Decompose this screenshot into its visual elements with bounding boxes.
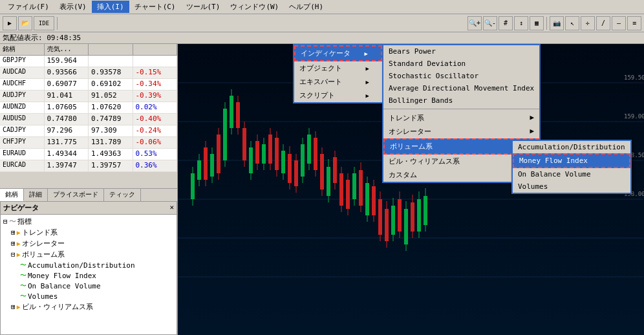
menu-tools[interactable]: ツール(T) — [181, 1, 226, 13]
volume-submenu: Accumulation/Distribution Money Flow Ind… — [511, 140, 632, 194]
menu-script[interactable]: スクリプト ▶ — [294, 89, 382, 102]
menu-volumes[interactable]: Volumes — [513, 180, 630, 193]
table-row[interactable]: AUDCHF 0.69077 0.69102 -0.34% — [0, 79, 177, 91]
table-row[interactable]: EURCAD 1.39747 1.39757 0.36% — [0, 160, 177, 172]
tree-expand-icon: ⊟ — [11, 250, 16, 259]
toolbar-ide[interactable]: IDE — [34, 16, 54, 30]
bid-audnzd: 1.07605 — [45, 102, 89, 113]
tab-detail[interactable]: 詳細 — [24, 189, 48, 201]
table-row[interactable]: AUDCAD 0.93566 0.93578 -0.15% — [0, 67, 177, 79]
submenu-arrow-icon: ▶ — [366, 92, 369, 99]
menu-expert-label: エキスパート — [299, 77, 342, 87]
ask-audcad: 0.93578 — [89, 67, 133, 78]
toolbar-line[interactable]: / — [596, 16, 610, 30]
tree-volumes-label: Volumes — [28, 292, 58, 301]
ask-eurcad: 1.39757 — [89, 160, 133, 171]
symbol-euraud: EURAUD — [0, 149, 45, 160]
menu-indicator[interactable]: インディケータ ▶ — [294, 45, 382, 61]
tree-accum-dist-label: Accumulation/Distribution — [28, 261, 135, 270]
menu-on-balance-volume[interactable]: On Balance Volume — [513, 168, 630, 180]
ask-euraud: 1.49363 — [89, 149, 133, 160]
menu-bill-williams-label: ビル・ウィリアムス系 — [389, 157, 460, 166]
tree-money-flow-label: Money Flow Index — [28, 272, 96, 280]
menu-money-flow-index[interactable]: Money Flow Index — [513, 153, 630, 168]
toolbar-grid[interactable]: # — [499, 16, 513, 30]
tree-root-indicators[interactable]: ⊟ 〜 指標 — [2, 216, 175, 227]
toolbar-new[interactable]: ▶ — [3, 16, 17, 30]
menu-window[interactable]: ウィンドウ(W) — [225, 1, 284, 13]
tree-on-balance[interactable]: 〜 On Balance Volume — [2, 281, 175, 291]
menu-chart[interactable]: チャート(C) — [129, 1, 181, 13]
menu-help[interactable]: ヘルプ(H) — [284, 1, 328, 13]
indicator-icon: 〜 — [20, 292, 27, 301]
table-row[interactable]: CHFJPY 131.775 131.789 -0.06% — [0, 137, 177, 149]
table-row[interactable]: AUDNZD 1.07605 1.07620 0.02% — [0, 102, 177, 114]
menu-custom-label: カスタム — [389, 170, 417, 180]
tree-volume-label: ボリューム系 — [22, 250, 65, 259]
table-row[interactable]: AUDUSD 0.74780 0.74789 -0.40% — [0, 114, 177, 125]
col-symbol: 銘柄 — [0, 44, 45, 55]
table-row[interactable]: GBPJPY 159.964 — [0, 56, 177, 67]
navigator-tree: ⊟ 〜 指標 ⊞ ▶ トレンド系 ⊞ ▶ オシレーター ⊟ ▶ ボリュー — [1, 215, 177, 314]
bid-euraud: 1.49344 — [45, 149, 89, 160]
menu-stochastic[interactable]: Stochastic Oscillator — [383, 70, 539, 82]
tree-volume[interactable]: ⊟ ▶ ボリューム系 — [2, 249, 175, 260]
indicator-icon: 〜 — [20, 281, 27, 290]
tree-bill-williams[interactable]: ⊞ ▶ ビル・ウィリアムス系 — [2, 301, 175, 312]
toolbar-sep2 — [546, 17, 547, 30]
left-panel: 銘柄 売気... GBPJPY 159.964 AUDCAD 0.93566 0… — [0, 44, 178, 335]
toolbar-cursor[interactable]: ↖ — [565, 16, 579, 30]
bid-cadjpy: 97.296 — [45, 125, 89, 136]
table-row[interactable]: CADJPY 97.296 97.309 -0.24% — [0, 125, 177, 137]
table-row[interactable]: EURAUD 1.49344 1.49363 0.53% — [0, 149, 177, 160]
toolbar-chart-type[interactable]: ▦ — [530, 16, 544, 30]
toolbar-zoom-out[interactable]: 🔍- — [483, 16, 497, 30]
menu-bollinger[interactable]: Bollinger Bands — [383, 94, 539, 107]
menu-osc[interactable]: オシレーター ▶ — [383, 125, 539, 138]
bid-gbpjpy: 159.964 — [45, 56, 89, 67]
bid-audchf: 0.69077 — [45, 79, 89, 90]
symbol-audcad: AUDCAD — [0, 67, 45, 78]
menu-bears-power[interactable]: Bears Power — [383, 45, 539, 58]
tree-money-flow[interactable]: 〜 Money Flow Index — [2, 270, 175, 281]
tree-trend[interactable]: ⊞ ▶ トレンド系 — [2, 227, 175, 238]
menu-file[interactable]: ファイル(F) — [3, 1, 54, 13]
tab-priceboard[interactable]: プライスボード — [48, 189, 104, 201]
tree-volumes[interactable]: 〜 Volumes — [2, 291, 175, 301]
toolbar-zoom-in[interactable]: 🔍+ — [467, 16, 482, 30]
toolbar-screenshot[interactable]: 📷 — [550, 16, 564, 30]
menu-adx[interactable]: Average Directional Movement Index — [383, 82, 539, 94]
symbol-audchf: AUDCHF — [0, 79, 45, 90]
menu-object[interactable]: オブジェクト ▶ — [294, 61, 382, 75]
menu-insert[interactable]: 挿入(I) — [92, 1, 129, 13]
main-content: 銘柄 売気... GBPJPY 159.964 AUDCAD 0.93566 0… — [0, 44, 644, 335]
toolbar-hline[interactable]: — — [612, 16, 626, 30]
tab-tick[interactable]: ティック — [104, 189, 141, 201]
tab-symbols[interactable]: 銘柄 — [0, 189, 24, 201]
navigator-title-text: ナビゲータ — [3, 203, 39, 213]
tree-oscillator[interactable]: ⊞ ▶ オシレーター — [2, 238, 175, 249]
toolbar-period[interactable]: ↕ — [514, 16, 528, 30]
toolbar-more[interactable]: ≡ — [627, 16, 641, 30]
toolbar-crosshair[interactable]: ✛ — [581, 16, 595, 30]
toolbar-open[interactable]: 📂 — [18, 16, 32, 30]
table-row[interactable]: AUDJPY 91.041 91.052 -0.39% — [0, 91, 177, 102]
ask-cadjpy: 97.309 — [89, 125, 133, 136]
change-audchf: -0.34% — [133, 79, 178, 90]
ask-audchf: 0.69102 — [89, 79, 133, 90]
tree-on-balance-label: On Balance Volume — [28, 282, 101, 290]
symbol-chfjpy: CHFJPY — [0, 137, 45, 148]
main-toolbar: ▶ 📂 IDE 🔍+ 🔍- # ↕ ▦ 📷 ↖ ✛ / — ≡ — [0, 14, 644, 32]
navigator-close-icon[interactable]: ✕ — [169, 203, 174, 213]
menu-expert[interactable]: エキスパート ▶ — [294, 75, 382, 89]
tree-accum-dist[interactable]: 〜 Accumulation/Distribution — [2, 260, 175, 270]
symbol-audusd: AUDUSD — [0, 114, 45, 125]
menu-std-deviation[interactable]: Standard Deviation — [383, 58, 539, 70]
menu-trend[interactable]: トレンド系 ▶ — [383, 111, 539, 125]
col-bid: 売気... — [45, 44, 89, 55]
menu-bar: ファイル(F) 表示(V) 挿入(I) チャート(C) ツール(T) ウィンドウ… — [0, 0, 644, 14]
menu-view[interactable]: 表示(V) — [54, 1, 92, 13]
menu-accum-dist[interactable]: Accumulation/Distribution — [513, 141, 630, 153]
svg-text:159.00: 159.00 — [624, 113, 644, 120]
change-chfjpy: -0.06% — [133, 137, 178, 148]
